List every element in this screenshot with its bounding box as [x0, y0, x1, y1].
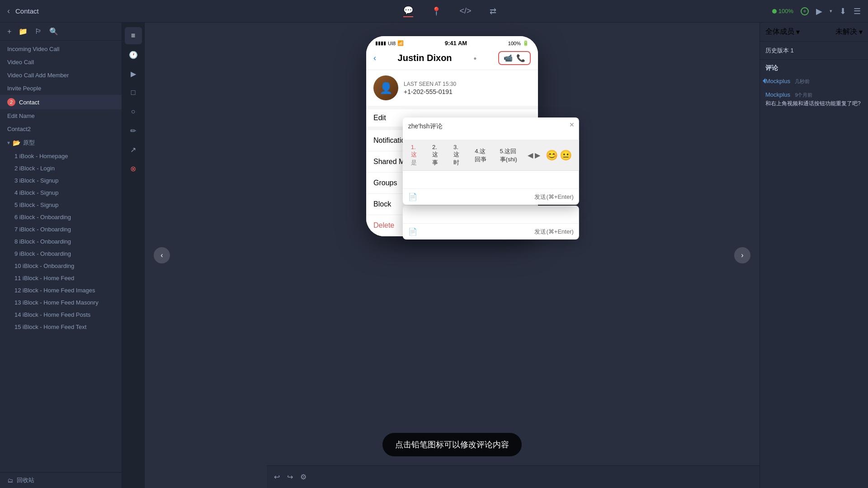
comment-textarea[interactable]	[403, 171, 579, 189]
strip-play-icon[interactable]: ▶	[125, 65, 142, 82]
strip-circle-icon[interactable]: ○	[125, 103, 142, 120]
sidebar-item-iblock-onboarding-6[interactable]: 6 iBlock - Onboarding	[0, 211, 122, 223]
status-filter-label: 未解决	[835, 27, 857, 37]
sidebar-item-video-call[interactable]: Video Call	[0, 56, 122, 69]
send-button[interactable]: 发送(⌘+Enter)	[534, 193, 573, 201]
emoji-area: 😊 😐	[542, 148, 576, 163]
sidebar-item-iblock-homefeed-posts[interactable]: 14 iBlock - Home Feed Posts	[0, 309, 122, 321]
menu-button[interactable]: ☰	[854, 6, 861, 16]
main-layout: + 📁 🏳 🔍 Incoming Video Call Video Call V…	[0, 23, 868, 488]
strip-layout-icon[interactable]: ≡	[125, 27, 142, 44]
trash-label: 回收站	[17, 476, 34, 484]
emoji-1[interactable]: 😊	[546, 150, 558, 161]
status-filter[interactable]: 未解决 ▾	[835, 27, 863, 37]
content-area: ▮▮▮▮ UI8 📶 9:41 AM 100% 🔋 ‹ Justin Dixon…	[145, 23, 760, 488]
search-icon[interactable]: 🔍	[49, 27, 58, 36]
back-button[interactable]: ‹	[7, 6, 10, 16]
sidebar-item-iblock-homefeed-masonry[interactable]: 13 iBlock - Home Feed Masonry	[0, 296, 122, 309]
sidebar-item-iblock-onboarding-7[interactable]: 7 iBlock - Onboarding	[0, 223, 122, 235]
sidebar-item-ibook-homepage[interactable]: 1 iBook - Homepage	[0, 150, 122, 162]
code-icon[interactable]: </>	[459, 6, 471, 16]
sidebar-item-contact[interactable]: 2 Contact	[0, 95, 122, 109]
signal-bars: ▮▮▮▮	[375, 40, 386, 46]
sidebar-item-iblock-signup-3[interactable]: 3 iBlock - Signup	[0, 174, 122, 187]
comment-section-title: 评论	[765, 64, 863, 72]
strip-clock-icon[interactable]: 🕐	[125, 46, 142, 63]
comment-input-area[interactable]: zhe'hsh评论	[403, 117, 579, 140]
ime-nav: ◀ ▶	[528, 151, 540, 160]
settings-button[interactable]: ⚙	[300, 473, 307, 481]
phone-header: ‹ Justin Dixon ● 📹 📞	[366, 48, 538, 70]
strip-stop-icon[interactable]: ⊗	[125, 160, 142, 177]
sidebar-item-iblock-signup-5[interactable]: 5 iBlock - Signup	[0, 199, 122, 211]
ime-option-4[interactable]: 4.这回亊	[470, 145, 493, 165]
folder-icon: 📂	[13, 139, 20, 146]
ime-option-2[interactable]: 2.这事	[428, 142, 447, 169]
popup-footer-2: 📄 发送(⌘+Enter)	[403, 224, 579, 239]
sidebar-item-iblock-onboarding-8[interactable]: 8 iBlock - Onboarding	[0, 235, 122, 248]
flag-icon[interactable]: 🏳	[35, 28, 42, 36]
nav-next-button[interactable]: ›	[734, 247, 750, 263]
trash-item[interactable]: 🗂 回收站	[0, 472, 122, 488]
location-icon[interactable]: 📍	[431, 6, 441, 16]
ime-option-3[interactable]: 3.这时	[449, 142, 468, 169]
contact-name: Justin Dixon	[398, 53, 452, 63]
trash-icon: 🗂	[7, 477, 13, 484]
comment-input-text[interactable]: zhe'hsh评论	[408, 122, 566, 131]
ime-prev[interactable]: ◀	[528, 151, 533, 160]
add-version-button[interactable]: +	[801, 7, 809, 15]
ime-option-5[interactable]: 5.这回事(shi)	[495, 145, 526, 165]
history-label: 历史版本 1	[765, 47, 794, 54]
wifi-icon: 📶	[397, 40, 404, 46]
sidebar-item-iblock-signup-4[interactable]: 4 iBlock - Signup	[0, 187, 122, 199]
folder-icon[interactable]: 📁	[19, 27, 28, 36]
shuffle-icon[interactable]: ⇄	[490, 6, 496, 16]
emoji-2[interactable]: 😐	[560, 150, 572, 161]
comment-item-1: Mockplus 几秒前	[765, 77, 863, 85]
sidebar-item-iblock-login[interactable]: 2 iBlock - Login	[0, 162, 122, 174]
comment-text-2: 和右上角视频和通话按钮功能重复了吧?	[765, 99, 863, 108]
avatar: 👤	[373, 75, 398, 100]
sidebar-item-iblock-homefeed-text[interactable]: 15 iBlock - Home Feed Text	[0, 321, 122, 333]
sidebar-item-video-call-add-member[interactable]: Video Call Add Member	[0, 69, 122, 82]
ime-suggestions: 1.这是 2.这事 3.这时 4.这回亊 5.这回事(shi) ◀ ▶ 😊 😐	[403, 140, 579, 171]
sidebar-item-iblock-homefeed-images[interactable]: 12 iBlock - Home Feed Images	[0, 284, 122, 296]
chat-icon[interactable]: 💬	[403, 5, 413, 17]
sidebar-item-incoming-video-call[interactable]: Incoming Video Call	[0, 42, 122, 56]
comment-header-1: Mockplus 几秒前	[765, 77, 863, 85]
nav-prev-button[interactable]: ‹	[154, 247, 170, 263]
attach-icon-2[interactable]: 📄	[408, 227, 417, 236]
sidebar-item-iblock-homefeed-11[interactable]: 11 iBlock - Home Feed	[0, 272, 122, 284]
top-bar-left: ‹ Contact	[7, 6, 129, 16]
comment-item-2: Mockplus 9个月前 和右上角视频和通话按钮功能重复了吧?	[765, 90, 863, 108]
strip-square-icon[interactable]: □	[125, 84, 142, 101]
play-dropdown[interactable]: ▾	[830, 8, 832, 14]
redo-button[interactable]: ↪	[287, 473, 293, 481]
sidebar-item-contact2[interactable]: Contact2	[0, 122, 122, 136]
sidebar-item-iblock-onboarding-10[interactable]: 10 iBlock - Onboarding	[0, 260, 122, 272]
call-buttons[interactable]: 📹 📞	[498, 51, 531, 65]
delete-label: Delete	[373, 221, 394, 230]
sidebar-item-iblock-onboarding-9[interactable]: 9 iBlock - Onboarding	[0, 248, 122, 260]
sidebar-item-edit-name[interactable]: Edit Name	[0, 109, 122, 122]
undo-button[interactable]: ↩	[274, 473, 280, 481]
phone-back-button[interactable]: ‹	[373, 53, 376, 63]
strip-arrow-icon[interactable]: ↗	[125, 141, 142, 158]
sidebar-toolbar: + 📁 🏳 🔍	[0, 23, 122, 41]
ime-option-1[interactable]: 1.这是	[406, 142, 426, 169]
sidebar-item-invite-people[interactable]: Invite People	[0, 82, 122, 95]
ime-next[interactable]: ▶	[535, 151, 540, 160]
video-call-icon: 📹	[504, 54, 513, 62]
page-title: Contact	[15, 7, 39, 15]
add-page-icon[interactable]: +	[7, 28, 11, 36]
member-filter[interactable]: 全体成员 ▾	[765, 27, 800, 37]
attach-icon[interactable]: 📄	[408, 192, 417, 201]
popup-close-button[interactable]: ✕	[569, 121, 575, 128]
play-button[interactable]: ▶	[816, 6, 822, 16]
send-button-2[interactable]: 发送(⌘+Enter)	[534, 228, 573, 236]
comment-textarea-2[interactable]	[403, 206, 579, 224]
right-panel-header: 全体成员 ▾ 未解决 ▾	[760, 23, 868, 42]
download-button[interactable]: ⬇	[840, 6, 846, 16]
strip-pen-icon[interactable]: ✏	[125, 122, 142, 139]
sidebar-group-prototype[interactable]: ▾ 📂 原型	[0, 136, 122, 150]
